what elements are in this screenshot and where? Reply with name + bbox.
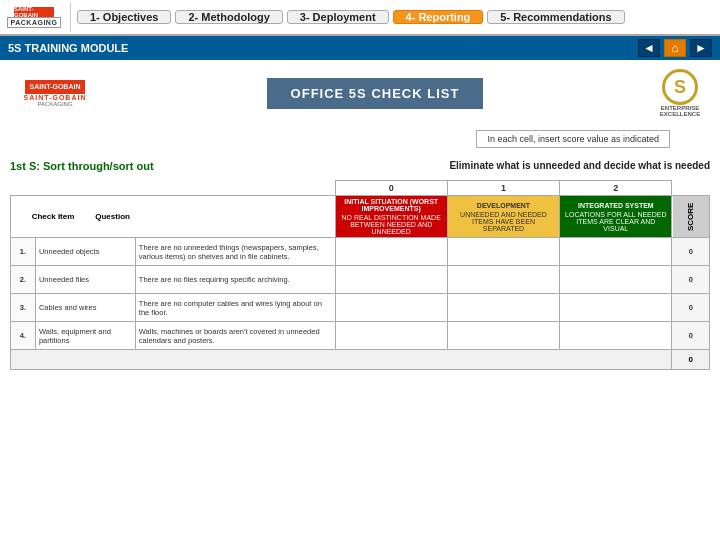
sg-logo-main: SAINT-GOBAIN SAINT-GOBAIN PACKAGING [10,80,100,107]
row4-num: 4. [11,322,36,350]
nav-button-objectives[interactable]: 1- Objectives [77,10,171,24]
col2-desc: LOCATIONS FOR ALL NEEDED ITEMS ARE CLEAR… [563,211,668,232]
checklist-banner: OFFICE 5S CHECK LIST [267,78,484,109]
table-row: 1. Unneeded objects There are no unneede… [11,238,710,266]
next-arrow[interactable]: ► [690,39,712,57]
main-content: SAINT-GOBAIN SAINT-GOBAIN PACKAGING OFFI… [0,60,720,378]
row1-col0[interactable] [335,238,447,266]
excellence-circle: S [662,69,698,105]
logo-area: SAINT-GOBAIN PACKAGING [4,2,71,32]
sg-logo-small: SAINT-GOBAIN PACKAGING [4,2,64,32]
col2-number: 2 [560,181,672,196]
excellence-logo: S ENTERPRISEEXCELLENCE [650,68,710,118]
row2-num: 2. [11,266,36,294]
sub-header: 5S TRAINING MODULE ◄ ⌂ ► [0,36,720,60]
top-nav: SAINT-GOBAIN PACKAGING 1- Objectives 2- … [0,0,720,36]
col2-sub: INTEGRATED SYSTEM [563,202,668,209]
col1-sub: DEVELOPMENT [451,202,556,209]
nav-button-reporting[interactable]: 4- Reporting [393,10,484,24]
col0-number: 0 [335,181,447,196]
col1-number: 1 [447,181,559,196]
row1-col1[interactable] [447,238,559,266]
row4-question: Walls, machines or boards aren't covered… [135,322,335,350]
checklist-table: 0 1 2 Check Item Question INITIAL SITUAT… [10,180,710,370]
total-row: 0 [11,350,710,370]
excellence-text: ENTERPRISEEXCELLENCE [660,105,700,117]
row1-score: 0 [672,238,710,266]
section-title: 1st S: Sort through/sort out [10,160,154,172]
prev-arrow[interactable]: ◄ [638,39,660,57]
row2-score: 0 [672,266,710,294]
col1-header: DEVELOPMENT UNNEEDED AND NEEDED ITEMS HA… [447,196,559,238]
sg-logo-red: SAINT-GOBAIN [25,80,85,94]
col-number-row: 0 1 2 [11,181,710,196]
nav-button-methodology[interactable]: 2- Methodology [175,10,282,24]
table-row: 4. Walls, equipment and partitions Walls… [11,322,710,350]
col0-sub: INITIAL SITUATION (WORST IMPROVEMENTS) [339,198,444,212]
row3-col1[interactable] [447,294,559,322]
row3-num: 3. [11,294,36,322]
table-row: 3. Cables and wires There are no compute… [11,294,710,322]
nav-button-recommendations[interactable]: 5- Recommendations [487,10,624,24]
sg-logo-label: SAINT-GOBAIN [24,94,87,101]
row3-check-item: Cables and wires [35,294,135,322]
sg-name: SAINT-GOBAIN [30,83,81,90]
sub-header-title: 5S TRAINING MODULE [8,42,128,54]
excellence-letter: S [674,77,686,98]
row1-question: There are no unneeded things (newspapers… [135,238,335,266]
check-item-header: Check Item [13,212,93,221]
row3-col2[interactable] [560,294,672,322]
header-row: SAINT-GOBAIN SAINT-GOBAIN PACKAGING OFFI… [10,68,710,118]
row2-col1[interactable] [447,266,559,294]
logo-packaging: PACKAGING [7,17,62,28]
row4-col0[interactable] [335,322,447,350]
row2-col0[interactable] [335,266,447,294]
row4-col1[interactable] [447,322,559,350]
row2-col2[interactable] [560,266,672,294]
section-subtitle: Eliminate what is unneeded and decide wh… [174,160,710,172]
row1-num: 1. [11,238,36,266]
row4-col2[interactable] [560,322,672,350]
row4-check-item: Walls, equipment and partitions [35,322,135,350]
total-score: 0 [672,350,710,370]
row4-score: 0 [672,322,710,350]
sub-header-nav: ◄ ⌂ ► [638,39,712,57]
row3-col0[interactable] [335,294,447,322]
row1-check-item: Unneeded objects [35,238,135,266]
col2-header: INTEGRATED SYSTEM LOCATIONS FOR ALL NEED… [560,196,672,238]
score-hint: In each cell, insert score value as indi… [476,130,670,148]
col0-desc: NO REAL DISTINCTION MADE BETWEEN NEEDED … [339,214,444,235]
row1-col2[interactable] [560,238,672,266]
logo-red-bar: SAINT-GOBAIN [14,7,54,17]
col1-desc: UNNEEDED AND NEEDED ITEMS HAVE BEEN SEPA… [451,211,556,232]
col-label-row: Check Item Question INITIAL SITUATION (W… [11,196,710,238]
row3-score: 0 [672,294,710,322]
question-header: Question [95,212,130,221]
sg-packaging-label: PACKAGING [37,101,72,107]
row2-check-item: Unneeded files [35,266,135,294]
nav-button-deployment[interactable]: 3- Deployment [287,10,389,24]
row2-question: There are no files requiring specific ar… [135,266,335,294]
table-row: 2. Unneeded files There are no files req… [11,266,710,294]
score-header: SCORE [672,196,710,238]
col0-header: INITIAL SITUATION (WORST IMPROVEMENTS) N… [335,196,447,238]
home-button[interactable]: ⌂ [664,39,686,57]
row3-question: There are no computer cables and wires l… [135,294,335,322]
